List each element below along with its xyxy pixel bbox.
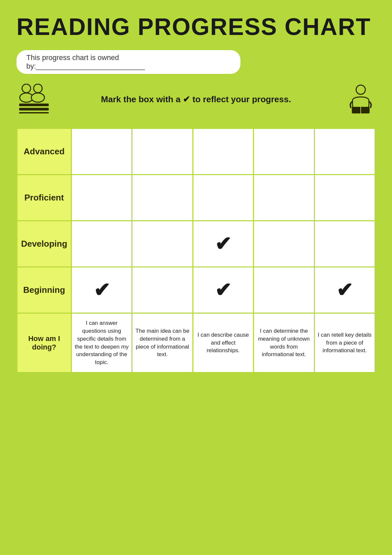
check-developing-3: ✔	[215, 233, 231, 255]
cell-proficient-5[interactable]	[314, 175, 375, 221]
cell-advanced-2[interactable]	[132, 129, 193, 175]
label-advanced: Advanced	[17, 129, 71, 175]
cell-developing-4[interactable]	[254, 221, 314, 267]
people-icon	[16, 84, 56, 115]
desc-cell-1: I can answer questions using specific de…	[71, 313, 132, 373]
check-beginning-3: ✔	[215, 279, 231, 301]
svg-rect-6	[19, 112, 49, 113]
svg-point-0	[22, 84, 31, 93]
cell-proficient-3[interactable]	[193, 175, 253, 221]
instruction-text: Mark the box with a ✔ to reflect your pr…	[56, 94, 336, 105]
cell-beginning-3[interactable]: ✔	[193, 267, 253, 313]
cell-proficient-1[interactable]	[71, 175, 132, 221]
desc-cell-4: I can determine the meaning of unknown w…	[254, 313, 314, 373]
desc-cell-5: I can retell key details from a piece of…	[314, 313, 375, 373]
desc-cell-3: I can describe cause and effect relation…	[193, 313, 253, 373]
label-developing: Developing	[17, 221, 71, 267]
svg-rect-4	[19, 104, 49, 106]
svg-point-3	[31, 93, 44, 102]
page-title: READING PROGRESS CHART	[16, 13, 376, 40]
cell-developing-3[interactable]: ✔	[193, 221, 253, 267]
svg-rect-5	[19, 108, 49, 110]
cell-developing-1[interactable]	[71, 221, 132, 267]
cell-advanced-1[interactable]	[71, 129, 132, 175]
svg-point-7	[356, 85, 365, 94]
progress-grid: Advanced Proficient Developing ✔ Beginni…	[16, 128, 376, 373]
check-beginning-5: ✔	[336, 279, 353, 301]
cell-advanced-5[interactable]	[314, 129, 375, 175]
cell-beginning-5[interactable]: ✔	[314, 267, 375, 313]
cell-beginning-1[interactable]: ✔	[71, 267, 132, 313]
label-how-am-i: How am I doing?	[17, 313, 71, 373]
desc-cell-2: The main idea can be determined from a p…	[132, 313, 193, 373]
cell-advanced-3[interactable]	[193, 129, 253, 175]
cell-beginning-2[interactable]	[132, 267, 193, 313]
label-beginning: Beginning	[17, 267, 71, 313]
svg-point-1	[34, 84, 42, 93]
cell-developing-5[interactable]	[314, 221, 375, 267]
cell-beginning-4[interactable]	[254, 267, 314, 313]
cell-proficient-4[interactable]	[254, 175, 314, 221]
label-proficient: Proficient	[17, 175, 71, 221]
cell-developing-2[interactable]	[132, 221, 193, 267]
reader-icon	[336, 84, 376, 114]
check-beginning-1: ✔	[94, 279, 110, 301]
cell-proficient-2[interactable]	[132, 175, 193, 221]
cell-advanced-4[interactable]	[254, 129, 314, 175]
owner-bar: This progress chart is owned by:________…	[16, 50, 240, 74]
